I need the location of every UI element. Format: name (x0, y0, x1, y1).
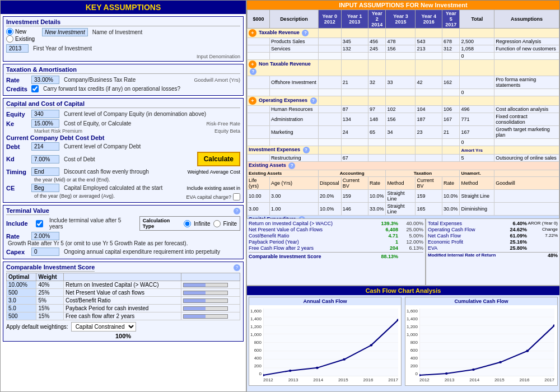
adm-y4[interactable]: 187 (416, 113, 442, 126)
terminal-title: Terminal Value (6, 207, 49, 215)
terminal-rate-value[interactable]: 2.00% (31, 232, 59, 240)
kd-value[interactable]: 7.00% (31, 155, 59, 164)
radio-existing-input[interactable] (6, 35, 13, 43)
slider-4[interactable] (181, 312, 240, 320)
exist-assets-info-icon[interactable]: ? (288, 162, 295, 169)
ps-y5[interactable]: 678 (442, 38, 460, 45)
svg-point-30 (526, 350, 529, 352)
inv-exp-info-icon[interactable]: ? (303, 147, 310, 153)
op-exp-info-icon[interactable]: ? (310, 97, 317, 104)
ps-y0[interactable] (318, 38, 341, 45)
debt-value[interactable]: 214 (31, 142, 59, 151)
ce-value[interactable]: Beg (31, 184, 59, 192)
non-taxable-info-icon[interactable]: ? (250, 68, 256, 75)
weight-3[interactable]: 15% (36, 305, 64, 312)
radio-new[interactable]: New (6, 28, 35, 35)
timing-value[interactable]: End (31, 167, 59, 176)
tax-credits-checkbox[interactable] (31, 85, 39, 92)
adm-y3[interactable]: 156 (386, 113, 416, 126)
slider-3[interactable] (181, 305, 240, 312)
ps-total: 2,500 (460, 38, 494, 45)
investment-name-value[interactable]: New Investment (42, 28, 88, 36)
weight-1[interactable]: 25% (36, 289, 64, 297)
mkt-y1[interactable]: 24 (341, 126, 368, 139)
apply-defaults-row: Apply default weightings: Capital Constr… (6, 322, 240, 332)
restr-assumption: Outsourcing of online sales (494, 155, 559, 162)
hr-y4[interactable]: 104 (416, 106, 442, 113)
off-y4[interactable]: 42 (416, 76, 442, 89)
optimal-1[interactable]: 500 (7, 289, 36, 297)
slider-1[interactable] (181, 289, 240, 297)
non-taxable-expand-icon[interactable]: + (249, 60, 256, 68)
comparable-info-icon[interactable]: ? (234, 264, 240, 271)
sv-y3[interactable]: 156 (386, 45, 416, 53)
slider-2[interactable] (181, 297, 240, 305)
sv-y2[interactable]: 245 (368, 45, 385, 53)
tr-y5 (442, 29, 460, 38)
optimal-3[interactable]: 5.0 (7, 305, 36, 312)
restr-y1[interactable]: 67 (341, 155, 368, 162)
ps-y4[interactable]: 543 (416, 38, 442, 45)
calc-type-box: Calculation Type Infinite Finite (139, 216, 240, 231)
slider-0[interactable] (181, 281, 240, 289)
weight-2[interactable]: 5% (36, 297, 64, 305)
eva-checkbox[interactable] (233, 193, 240, 200)
optimal-2[interactable]: 3.0 (7, 297, 36, 305)
sv-y5[interactable]: 312 (442, 45, 460, 53)
desc-0: Return on Invested Capital (> WACC) (63, 281, 181, 289)
mkt-y2[interactable]: 65 (368, 126, 385, 139)
optimal-0[interactable]: 10.00% (7, 281, 36, 289)
mkt-y3[interactable]: 34 (386, 126, 416, 139)
hr-y5[interactable]: 106 (442, 106, 460, 113)
ps-y1[interactable]: 345 (341, 38, 368, 45)
cumulative-chart-svg (419, 309, 554, 376)
weight-4[interactable]: 15% (36, 312, 64, 320)
ps-y2[interactable]: 456 (368, 38, 385, 45)
taxable-expand-icon[interactable]: + (249, 29, 256, 37)
sv-y4[interactable]: 213 (416, 45, 442, 53)
radio-existing[interactable]: Existing (6, 35, 35, 43)
weight-0[interactable]: 40% (36, 281, 64, 289)
adm-y5[interactable]: 167 (442, 113, 460, 126)
terminal-include-checkbox[interactable] (36, 220, 43, 227)
adm-y1[interactable]: 134 (341, 113, 368, 126)
ps-y3[interactable]: 478 (386, 38, 416, 45)
tax-method-col: Method (460, 177, 494, 190)
sv-y1[interactable]: 132 (341, 45, 368, 53)
investment-year-value[interactable]: 2013 (6, 44, 29, 53)
terminal-info-icon[interactable]: ? (234, 208, 240, 214)
default-weightings-dropdown[interactable]: Capital Constrained (71, 322, 136, 332)
off-y3[interactable]: 33 (386, 76, 416, 89)
radio-new-input[interactable] (6, 28, 13, 35)
hr-y2[interactable]: 97 (368, 106, 385, 113)
off-y1[interactable]: 21 (341, 76, 368, 89)
adm-y2[interactable]: 148 (368, 113, 385, 126)
equity-value[interactable]: 340 (31, 110, 59, 118)
ia-scroll-area[interactable]: $000 Description Year 02012 Year 12013 Y… (247, 10, 559, 225)
calculate-button[interactable]: Calculate (197, 152, 240, 166)
optimal-4[interactable]: 500 (7, 312, 36, 320)
finite-radio[interactable] (213, 220, 221, 227)
terminal-capex-value[interactable]: 0 (31, 248, 59, 256)
op-exp-expand-icon[interactable]: + (249, 97, 256, 105)
hr-row: Human Resources 87 97 102 104 106 496 Co… (248, 106, 559, 113)
off-y2[interactable]: 32 (368, 76, 385, 89)
hr-y3[interactable]: 102 (386, 106, 416, 113)
hr-y1[interactable]: 87 (341, 106, 368, 113)
tr-y1 (341, 29, 368, 38)
infinite-radio[interactable] (184, 220, 191, 227)
taxable-info-icon[interactable]: ? (302, 30, 309, 36)
tax-rate-value[interactable]: 33.00% (31, 76, 59, 84)
sv-y0[interactable] (318, 45, 341, 53)
metric-cbr: Cost/Benefit Ratio 4.71 5.00% (249, 233, 423, 239)
optimal-header: Optimal (7, 273, 36, 281)
include-existing-label: Include existing asset in (186, 185, 240, 191)
mkt-y4[interactable]: 23 (416, 126, 442, 139)
restr-amort[interactable]: 5 (460, 155, 494, 162)
ke-value[interactable]: 15.00% (31, 119, 59, 128)
mkt-y5[interactable]: 21 (442, 126, 460, 139)
off-y5[interactable]: 162 (442, 76, 460, 89)
tr-total (460, 29, 494, 38)
investment-details-section: Investment Details New Existing New Inve… (3, 16, 244, 62)
unamort-header: Unamort. (460, 170, 494, 177)
